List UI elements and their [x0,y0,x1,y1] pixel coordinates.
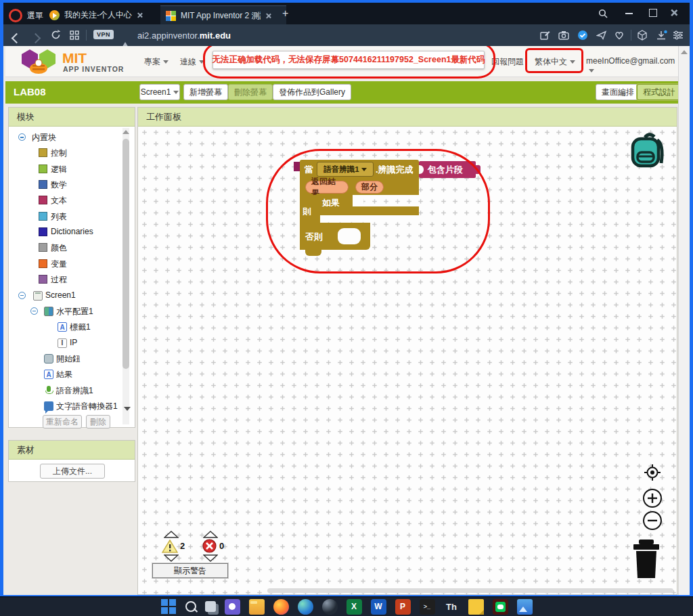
tree-item-过程[interactable]: 过程 [9,273,121,286]
component-dropdown[interactable]: 語音辨識1 [317,162,374,177]
taskbar-meet-icon[interactable] [225,599,240,615]
tree-item-列表[interactable]: 列表 [9,210,121,223]
taskbar-powerpoint-icon[interactable]: P [395,599,411,615]
report-issue-link[interactable]: 回報問題 [491,56,524,68]
minimize-icon[interactable] [625,13,633,14]
tree-item-Screen1[interactable]: Screen1 [9,289,121,303]
tree-item-標籤1[interactable]: A標籤1 [9,320,121,334]
tree-item-逻辑[interactable]: 逻辑 [9,162,121,176]
event-params-row[interactable]: 返回結果 部分 [300,179,419,195]
taskbar-firefox-icon[interactable] [273,599,289,615]
taskbar-line-icon[interactable] [493,599,508,615]
page-scrollbar[interactable] [678,46,690,595]
taskbar-photos-icon[interactable] [517,599,533,615]
collapse-toggle-icon[interactable] [18,292,26,299]
my-flow-icon[interactable] [596,30,607,41]
close-window-icon[interactable] [670,9,682,21]
blocks-view-button[interactable]: 程式設計 [637,84,681,100]
tree-item-文字語音轉換器1[interactable]: 文字語音轉換器1 [9,399,121,413]
tree-scrollbar[interactable] [122,128,129,424]
rename-button[interactable]: 重新命名 [43,415,82,428]
shield-check-icon[interactable] [577,30,588,41]
zoom-in-icon[interactable] [642,488,663,508]
warning-up-arrow-icon[interactable] [164,531,179,538]
tree-item-開始鈕[interactable]: 開始鈕 [9,352,121,366]
else-row[interactable]: 否則 [300,223,370,250]
event-plug[interactable] [294,162,300,171]
taskbar-explorer-icon[interactable] [249,599,265,615]
taskbar-browser-sphere-icon[interactable] [322,599,338,615]
backpack-icon[interactable] [625,132,668,171]
search-icon[interactable] [598,9,608,18]
param-chip[interactable]: 返回結果 [305,181,349,194]
taskbar-taskview-icon[interactable] [205,601,216,612]
zoom-out-icon[interactable] [642,510,663,531]
new-tab-button[interactable]: + [282,7,288,20]
tree-item-語音辨識1[interactable]: 語音辨識1 [9,384,121,397]
publish-gallery-button[interactable]: 發佈作品到Gallery [273,84,351,100]
collapse-toggle-icon[interactable] [18,133,26,141]
taskbar-start-icon[interactable] [161,599,177,615]
close-tab-icon[interactable] [265,13,271,19]
scroll-down-icon[interactable] [124,407,131,411]
show-warnings-button[interactable]: 顯示警告 [152,563,228,578]
camera-icon[interactable] [558,30,569,41]
opera-menu-button[interactable]: 選單 [9,9,43,22]
menu-connect[interactable]: 連線 [180,56,204,68]
add-screen-button[interactable]: 新增螢幕 [183,84,228,100]
extensions-cube-icon[interactable] [637,30,648,41]
language-selector[interactable]: 繁体中文 [535,56,575,68]
back-icon[interactable] [13,32,20,45]
browser-tab[interactable]: 我的关注-个人中心 [44,5,169,24]
horizontal-scrollbar-thumb[interactable] [267,588,673,593]
warning-down-arrow-icon[interactable] [164,554,179,562]
menu-project[interactable]: 專案 [144,56,169,68]
taskbar-edge-icon[interactable] [298,599,313,615]
contains-text-block[interactable]: 包含片段 [419,161,476,178]
reload-icon[interactable] [51,30,61,40]
tree-item-Dictionaries[interactable]: Dictionaries [9,225,121,239]
scroll-up-icon[interactable] [122,130,129,134]
forward-icon[interactable] [32,32,39,45]
tree-item-水平配置1[interactable]: 水平配置1 [9,305,121,318]
screen-selector[interactable]: Screen1 [139,84,180,100]
tree-item-内置块[interactable]: 内置块 [9,131,121,144]
taskbar-thonny-icon[interactable]: Th [444,599,460,615]
settings-sliders-icon[interactable] [673,30,684,41]
tree-item-控制[interactable]: 控制 [9,146,121,160]
tree-item-文本[interactable]: 文本 [9,194,121,207]
download-icon[interactable] [656,30,667,41]
collapse-toggle-icon[interactable] [30,307,38,315]
tree-scrollbar-thumb[interactable] [122,139,129,369]
tree-item-IP[interactable]: IIP [9,336,121,350]
bookmark-heart-icon[interactable] [614,30,625,41]
trash-icon[interactable] [631,538,662,580]
remove-screen-button[interactable]: 刪除螢幕 [228,84,273,100]
tree-item-变量[interactable]: 变量 [9,257,121,271]
taskbar-search-icon[interactable] [185,601,196,612]
taskbar-notes-icon[interactable] [468,599,484,615]
scroll-up-icon[interactable] [681,50,688,54]
tree-item-颜色[interactable]: 颜色 [9,241,121,255]
error-up-arrow-icon[interactable] [203,531,218,538]
center-blocks-icon[interactable] [644,464,661,481]
upload-file-button[interactable]: 上傳文件... [40,464,105,479]
taskbar-terminal-icon[interactable]: >_ [420,599,435,615]
close-tab-icon[interactable] [137,12,143,18]
designer-view-button[interactable]: 畫面編排 [596,84,640,100]
snapshot-icon[interactable] [539,30,550,41]
tree-item-数学[interactable]: 数学 [9,178,121,192]
vpn-badge[interactable]: VPN [93,30,114,39]
error-down-arrow-icon[interactable] [203,554,218,562]
maximize-icon[interactable] [649,9,657,17]
param-chip[interactable]: 部分 [355,181,384,194]
speed-dial-icon[interactable] [70,30,79,40]
blocks-canvas[interactable]: 當 語音辨識1 .辨識完成 包含片段 返回結果 部分 [139,127,676,594]
address-bar-url[interactable]: ai2.appinventor.mit.edu [137,30,231,41]
delete-button[interactable]: 刪除 [86,415,110,428]
tree-item-結果[interactable]: A結果 [9,368,121,381]
browser-tab-active[interactable]: MIT App Inventor 2 測試版 [160,5,286,25]
account-menu[interactable]: meeInOffice@gmail.com [586,56,678,75]
taskbar-word-icon[interactable]: W [371,599,386,615]
taskbar-excel-icon[interactable]: X [346,599,362,615]
